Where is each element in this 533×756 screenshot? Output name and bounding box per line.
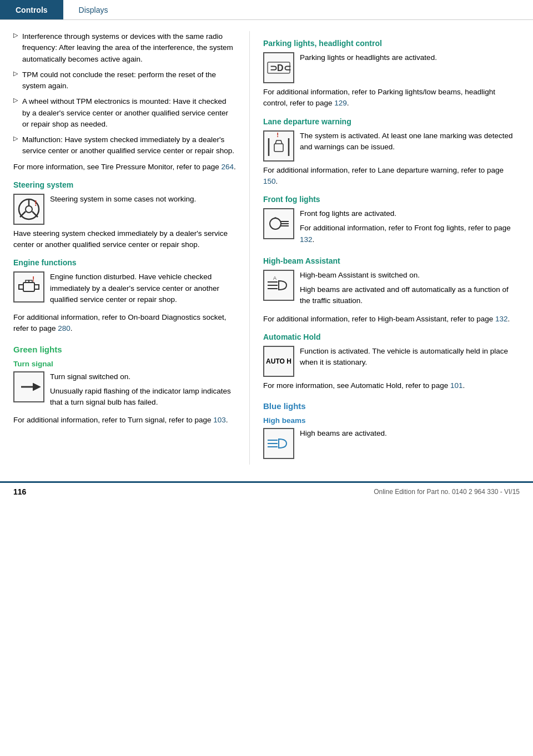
svg-text:!: ! [32,275,34,283]
bullet-text-2: TPM could not conclude the reset: perfor… [22,69,236,92]
blue-lights-heading: Blue lights [263,401,520,411]
main-content: ▷ Interference through systems or device… [0,20,533,476]
bullet-item-3: ▷ A wheel without TPM electronics is mou… [13,96,236,130]
engine-text-block: Engine function disturbed. Have vehicle … [50,271,236,309]
steering-heading: Steering system [13,180,236,189]
turn-signal-ref-paragraph: For additional information, refer to Tur… [13,415,236,426]
highbeam-text: High-beam Assistant is switched on. High… [300,270,520,310]
page-number: 116 [13,487,26,496]
bullet-text-4: Malfunction: Have system checked immedia… [22,134,236,157]
svg-rect-9 [26,280,29,283]
steering-desc2: Have steering system checked immediately… [13,228,236,251]
highbeam-heading: High-beam Assistant [263,256,520,265]
highbeams-blue-icon [263,428,294,459]
bullet-text-3: A wheel without TPM electronics is mount… [22,96,236,130]
parking-icon: ⊃D⊂ [263,52,294,83]
parking-page-ref[interactable]: 129 [334,99,347,107]
left-column: ▷ Interference through systems or device… [0,31,250,465]
autohold-icon: AUTO H [263,346,294,377]
page-footer: 116 Online Edition for Part no. 0140 2 9… [0,481,533,501]
engine-section: Engine functions ! Engine function distu… [13,258,236,334]
engine-heading: Engine functions [13,258,236,267]
svg-rect-6 [19,285,23,289]
highbeam-desc2: High beams are activated and off automat… [300,284,520,307]
svg-text:A: A [273,275,276,281]
engine-page-ref[interactable]: 280 [58,324,71,332]
green-lights-heading: Green lights [13,345,236,354]
highbeam-section: High-beam Assistant A High-beam Assistan… [263,256,520,325]
engine-ref-paragraph: For additional information, refer to On-… [13,312,236,335]
highbeam-icon-block: A High-beam Assistant is switched on. Hi… [263,270,520,310]
parking-icon-block: ⊃D⊂ Parking lights or headlights are act… [263,52,520,83]
fog-ref-inline: For additional information, refer to Fro… [300,223,520,245]
autohold-icon-block: AUTO H Function is activated. The vehicl… [263,346,520,377]
autohold-section: Automatic Hold AUTO H Function is activa… [263,332,520,391]
highbeam-page-ref[interactable]: 132 [495,315,508,323]
highbeam-desc1: High-beam Assistant is switched on. [300,270,520,281]
parking-svg: ⊃D⊂ [265,54,292,81]
turn-signal-desc1: Turn signal switched on. [50,371,236,382]
turn-signal-icon [13,371,44,402]
bullet-arrow-3: ▷ [13,97,18,104]
tab-controls[interactable]: Controls [0,0,63,19]
lane-page-ref[interactable]: 150 [263,177,276,185]
highbeam-ref-paragraph: For additional information, refer to Hig… [263,314,520,325]
bullet-arrow-4: ▷ [13,135,18,142]
parking-ref-paragraph: For additional information, refer to Par… [263,87,520,109]
engine-desc1: Engine function disturbed. Have vehicle … [50,271,236,305]
steering-svg: ! [16,196,42,223]
turn-signal-icon-block: Turn signal switched on. Unusually rapid… [13,371,236,412]
turn-signal-page-ref[interactable]: 103 [213,416,226,424]
steering-icon-block: ! Steering system in some cases not work… [13,194,236,225]
autohold-text: Function is activated. The vehicle is au… [300,346,520,372]
turn-signal-svg [16,374,42,400]
bullet-arrow-1: ▷ [13,32,18,39]
turn-signal-text: Turn signal switched on. Unusually rapid… [50,371,236,412]
bullet-item-2: ▷ TPM could not conclude the reset: perf… [13,69,236,92]
bullet-arrow-2: ▷ [13,70,18,77]
highbeam-svg: A [265,272,292,299]
lane-icon-block: ! The system is activated. At least one … [263,130,520,162]
fog-desc1: Front fog lights are activated. [300,208,520,219]
highbeams-blue-svg [265,430,292,457]
svg-point-20 [270,218,281,229]
highbeam-icon: A [263,270,294,301]
fog-heading: Front fog lights [263,195,520,204]
engine-icon-block: ! Engine function disturbed. Have vehicl… [13,271,236,309]
svg-rect-8 [34,285,39,289]
autohold-page-ref[interactable]: 101 [450,381,463,390]
fog-icon [263,208,294,239]
lane-icon: ! [263,130,294,162]
autohold-ref-paragraph: For more information, see Automatic Hold… [263,380,520,391]
engine-icon: ! [13,271,44,303]
lane-heading: Lane departure warning [263,117,520,126]
green-lights-section: Green lights Turn signal [13,345,236,426]
parking-heading: Parking lights, headlight control [263,39,520,48]
parking-text: Parking lights or headlights are activat… [300,52,437,67]
tab-displays[interactable]: Displays [63,0,124,19]
lane-ref-paragraph: For additional information, refer to Lan… [263,165,520,188]
tpm-page-ref[interactable]: 264 [221,163,234,171]
tpm-ref-paragraph: For more information, see Tire Pressure … [13,162,236,173]
lane-desc1: The system is activated. At least one la… [300,130,520,153]
fog-icon-block: Front fog lights are activated. For addi… [263,208,520,249]
svg-text:!: ! [34,199,37,208]
steering-text-block: Steering system in some cases not workin… [50,194,196,208]
autohold-icon-text: AUTO H [266,357,291,365]
turn-signal-heading: Turn signal [13,360,236,368]
steering-icon: ! [13,194,44,225]
highbeams-blue-icon-block: High beams are activated. [263,428,520,459]
turn-signal-desc2: Unusually rapid flashing of the indicato… [50,386,236,409]
autohold-heading: Automatic Hold [263,332,520,341]
bullet-text-1: Interference through systems or devices … [22,31,236,65]
autohold-desc1: Function is activated. The vehicle is au… [300,346,520,369]
fog-section: Front fog lights Front fog lights are ac… [263,195,520,249]
footer-text: Online Edition for Part no. 0140 2 964 3… [374,488,520,496]
blue-lights-section: Blue lights High beams High beams are ac… [263,401,520,459]
fog-page-ref[interactable]: 132 [300,235,313,244]
bullet-item-4: ▷ Malfunction: Have system checked immed… [13,134,236,157]
steering-section: Steering system ! Steering system in som… [13,180,236,251]
parking-section: Parking lights, headlight control ⊃D⊂ Pa… [263,39,520,109]
bullet-item-1: ▷ Interference through systems or device… [13,31,236,65]
lane-section: Lane departure warning ! The system is a… [263,117,520,188]
